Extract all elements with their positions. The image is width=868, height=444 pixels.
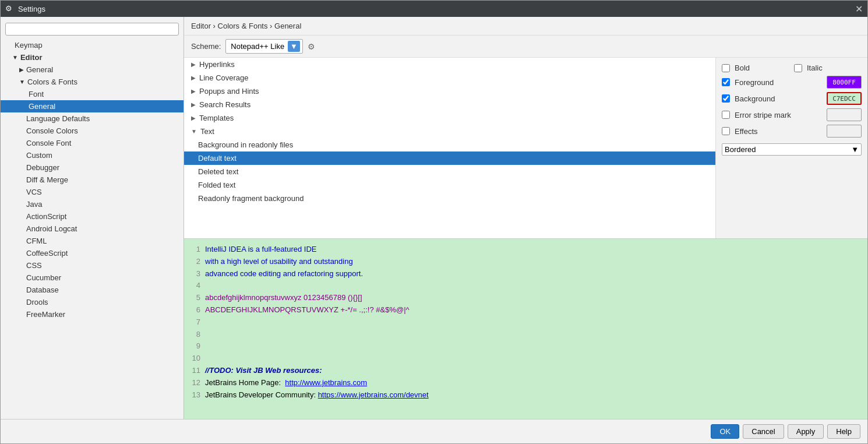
title-bar: ⚙ Settings ✕ — [1, 1, 867, 17]
preview-line-8: 8 — [191, 329, 860, 341]
tri-icon: ▶ — [191, 75, 196, 81]
foreground-checkbox[interactable] — [722, 78, 730, 86]
tree-item-hyperlinks[interactable]: ▶ Hyperlinks — [184, 58, 715, 71]
preview-line-13: 13 JetBrains Developer Community: https:… — [191, 389, 860, 401]
effects-row: Effects — [722, 125, 862, 138]
tree-item-bg-readonly[interactable]: Background in readonly files — [184, 138, 715, 151]
nav-item-keymap[interactable]: Keymap — [1, 39, 184, 51]
preview-line-11: 11 //TODO: Visit JB Web resources: — [191, 365, 860, 377]
effects-dropdown[interactable]: Bordered ▼ — [722, 143, 862, 156]
scheme-dropdown-arrow[interactable]: ▼ — [288, 41, 300, 52]
ok-button[interactable]: OK — [711, 424, 739, 439]
nav-item-cucumber[interactable]: Cucumber — [1, 272, 184, 284]
nav-item-java[interactable]: Java — [1, 198, 184, 210]
nav-item-android-logcat[interactable]: Android Logcat — [1, 223, 184, 235]
scheme-select[interactable]: Notepad++ Like ▼ — [225, 39, 303, 54]
settings-dialog: ⚙ Settings ✕ Keymap ▼ Editor ▶ General — [0, 0, 868, 444]
nav-item-general[interactable]: ▶ General — [1, 64, 184, 76]
cancel-button[interactable]: Cancel — [743, 424, 784, 439]
error-stripe-swatch[interactable] — [827, 108, 862, 121]
nav-item-diff-merge[interactable]: Diff & Merge — [1, 174, 184, 186]
arrow-icon: ▼ — [12, 54, 18, 61]
tree-item-line-coverage[interactable]: ▶ Line Coverage — [184, 71, 715, 84]
effects-checkbox[interactable] — [722, 127, 730, 135]
nav-item-editor[interactable]: ▼ Editor — [1, 51, 184, 64]
nav-item-vcs[interactable]: VCS — [1, 186, 184, 198]
nav-item-freemaker[interactable]: FreeMarker — [1, 308, 184, 320]
bold-label: Bold — [735, 64, 789, 72]
gear-icon[interactable]: ⚙ — [308, 42, 315, 51]
foreground-row: Foreground 8000FF — [722, 76, 862, 89]
nav-item-cfml[interactable]: CFML — [1, 235, 184, 247]
nav-item-colors-fonts[interactable]: ▼ Colors & Fonts — [1, 76, 184, 88]
preview-area: 1 IntelliJ IDEA is a full-featured IDE 2… — [184, 238, 867, 419]
preview-line-5: 5 abcdefghijklmnopqrstuvwxyz 0123456789 … — [191, 292, 860, 304]
tree-item-default-text[interactable]: Default text — [184, 151, 715, 165]
background-row: Background C7EDCC — [722, 92, 862, 105]
bottom-bar: OK Cancel Apply Help — [1, 419, 867, 443]
scheme-bar: Scheme: Notepad++ Like ▼ ⚙ — [184, 36, 867, 58]
left-panel: Keymap ▼ Editor ▶ General ▼ Colors & Fon… — [1, 17, 184, 419]
error-stripe-label: Error stripe mark — [735, 111, 822, 119]
background-label: Background — [735, 94, 822, 103]
nav-item-css[interactable]: CSS — [1, 259, 184, 272]
background-checkbox[interactable] — [722, 94, 730, 103]
nav-item-database[interactable]: Database — [1, 284, 184, 296]
nav-item-drools[interactable]: Drools — [1, 296, 184, 308]
scheme-select-value: Notepad++ Like — [228, 41, 287, 51]
close-button[interactable]: ✕ — [855, 3, 863, 15]
app-icon: ⚙ — [5, 4, 15, 13]
foreground-color-swatch[interactable]: 8000FF — [827, 76, 862, 89]
tree-item-folded-text[interactable]: Folded text — [184, 178, 715, 192]
tree-item-readonly-fragment[interactable]: Readonly fragment background — [184, 192, 715, 205]
preview-line-1: 1 IntelliJ IDEA is a full-featured IDE — [191, 244, 860, 256]
tree-item-deleted-text[interactable]: Deleted text — [184, 165, 715, 178]
nav-item-console-font[interactable]: Console Font — [1, 137, 184, 149]
effects-label: Effects — [735, 127, 822, 136]
tri-icon: ▶ — [191, 115, 196, 121]
effects-swatch[interactable] — [827, 125, 862, 138]
nav-item-font[interactable]: Font — [1, 88, 184, 100]
nav-item-custom[interactable]: Custom — [1, 149, 184, 161]
scheme-label: Scheme: — [191, 42, 221, 51]
nav-item-console-colors[interactable]: Console Colors — [1, 125, 184, 137]
nav-item-actionscript[interactable]: ActionScript — [1, 210, 184, 223]
error-stripe-checkbox[interactable] — [722, 111, 730, 119]
preview-line-7: 7 — [191, 316, 860, 329]
nav-item-debugger[interactable]: Debugger — [1, 161, 184, 174]
title-text: Settings — [18, 5, 855, 13]
nav-item-coffeescript[interactable]: CoffeeScript — [1, 247, 184, 259]
tri-icon: ▶ — [191, 88, 196, 94]
effects-dropdown-arrow-icon[interactable]: ▼ — [851, 145, 859, 154]
tree-panel: ▶ Hyperlinks ▶ Line Coverage ▶ Popups an… — [184, 58, 716, 238]
tri-icon: ▶ — [191, 101, 196, 108]
tri-icon: ▼ — [191, 128, 197, 135]
search-box — [1, 19, 184, 39]
tree-item-popups-hints[interactable]: ▶ Popups and Hints — [184, 84, 715, 98]
preview-line-3: 3 advanced code editing and refactoring … — [191, 268, 860, 280]
preview-line-4: 4 — [191, 280, 860, 292]
effects-dropdown-value: Bordered — [725, 145, 851, 154]
breadcrumb: Editor › Colors & Fonts › General — [184, 17, 867, 36]
main-content: ▶ Hyperlinks ▶ Line Coverage ▶ Popups an… — [184, 58, 867, 238]
search-input[interactable] — [5, 23, 179, 36]
preview-line-9: 9 — [191, 340, 860, 353]
tree-item-text[interactable]: ▼ Text — [184, 125, 715, 138]
preview-line-10: 10 — [191, 353, 860, 365]
tree-item-templates[interactable]: ▶ Templates — [184, 111, 715, 125]
italic-checkbox[interactable] — [794, 64, 802, 72]
apply-button[interactable]: Apply — [788, 424, 824, 439]
properties-panel: Bold Italic Foreground 8000FF Background — [716, 58, 867, 238]
bold-italic-row: Bold Italic — [722, 64, 862, 72]
arrow-icon: ▶ — [19, 66, 24, 73]
help-button[interactable]: Help — [827, 424, 860, 439]
background-color-swatch[interactable]: C7EDCC — [827, 92, 862, 105]
italic-label: Italic — [807, 64, 862, 72]
preview-line-12: 12 JetBrains Home Page: http://www.jetbr… — [191, 377, 860, 389]
nav-item-language-defaults[interactable]: Language Defaults — [1, 112, 184, 125]
dialog-body: Keymap ▼ Editor ▶ General ▼ Colors & Fon… — [1, 17, 867, 419]
nav-item-general-sub[interactable]: General — [1, 100, 184, 112]
bold-checkbox[interactable] — [722, 64, 730, 72]
right-area: Editor › Colors & Fonts › General Scheme… — [184, 17, 867, 419]
tree-item-search-results[interactable]: ▶ Search Results — [184, 98, 715, 111]
